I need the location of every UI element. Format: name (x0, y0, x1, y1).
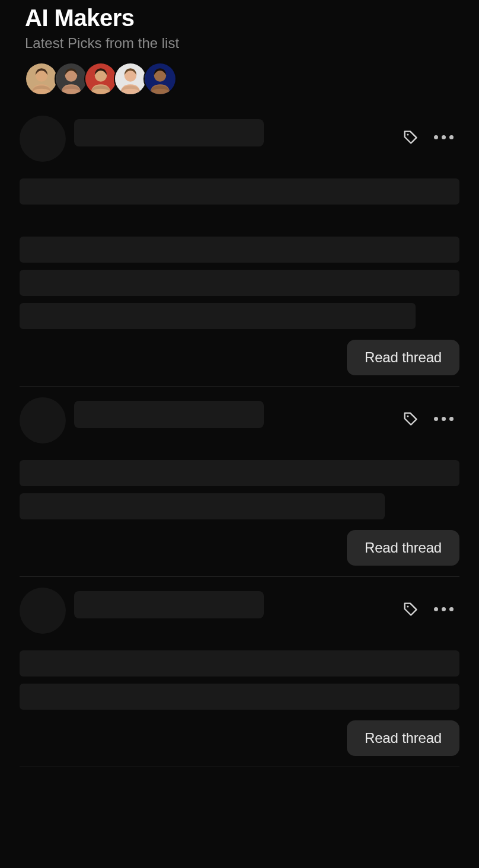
feed: Read thread Read thread (0, 105, 479, 778)
skeleton-avatar (20, 397, 66, 443)
read-thread-button[interactable]: Read thread (347, 720, 459, 756)
skeleton-line (20, 303, 416, 329)
avatar[interactable] (84, 62, 117, 95)
page-title: AI Makers (25, 5, 454, 31)
card-header-left (20, 397, 264, 443)
avatar-row (25, 62, 454, 95)
tag-icon[interactable] (402, 601, 419, 617)
feed-card: Read thread (20, 397, 459, 576)
card-header (20, 588, 459, 634)
skeleton-avatar (20, 116, 66, 162)
card-footer: Read thread (20, 720, 459, 756)
svg-point-12 (407, 605, 408, 607)
more-icon[interactable] (434, 417, 454, 421)
card-footer: Read thread (20, 340, 459, 375)
avatar[interactable] (55, 62, 88, 95)
header: AI Makers Latest Picks from the list (0, 5, 479, 105)
svg-point-10 (407, 133, 408, 135)
card-header-actions (402, 410, 454, 427)
skeleton-line (20, 178, 459, 205)
skeleton-line (20, 460, 459, 486)
avatar[interactable] (143, 62, 177, 95)
skeleton-name (74, 401, 264, 428)
skeleton-line (20, 270, 459, 296)
card-header-left (20, 116, 264, 162)
card-header-actions (402, 601, 454, 617)
skeleton-line (20, 493, 385, 519)
card-footer: Read thread (20, 530, 459, 566)
more-icon[interactable] (434, 135, 454, 139)
card-header-left (20, 588, 264, 634)
read-thread-button[interactable]: Read thread (347, 530, 459, 566)
page-subtitle: Latest Picks from the list (25, 35, 454, 52)
feed-card: Read thread (20, 116, 459, 386)
card-header-actions (402, 129, 454, 145)
svg-point-11 (407, 415, 408, 417)
tag-icon[interactable] (402, 129, 419, 145)
avatar[interactable] (25, 62, 58, 95)
card-body (20, 650, 459, 710)
card-body (20, 178, 459, 329)
skeleton-line (20, 237, 459, 263)
skeleton-gap (20, 212, 459, 229)
skeleton-name (74, 591, 264, 618)
skeleton-avatar (20, 588, 66, 634)
more-icon[interactable] (434, 607, 454, 611)
avatar[interactable] (114, 62, 147, 95)
card-header (20, 116, 459, 162)
skeleton-line (20, 650, 459, 676)
card-header (20, 397, 459, 443)
skeleton-line (20, 684, 459, 710)
card-body (20, 460, 459, 519)
feed-card: Read thread (20, 588, 459, 767)
read-thread-button[interactable]: Read thread (347, 340, 459, 375)
tag-icon[interactable] (402, 410, 419, 427)
skeleton-name (74, 119, 264, 146)
